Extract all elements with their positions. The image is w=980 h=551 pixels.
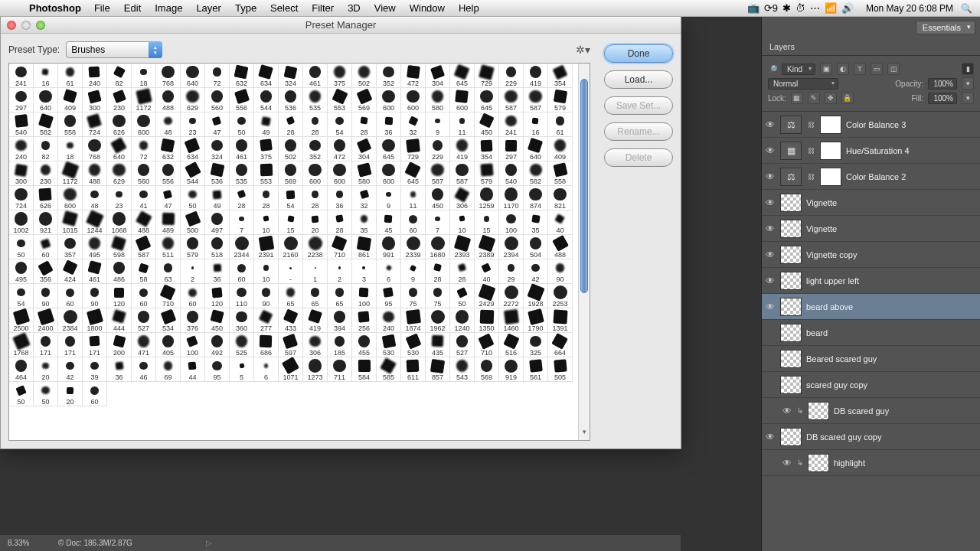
visibility-icon[interactable]: 👁	[782, 458, 792, 468]
brush-preset[interactable]: 28	[352, 112, 377, 137]
brush-preset[interactable]: 527	[450, 333, 475, 357]
brush-preset[interactable]: 768	[156, 64, 181, 88]
layer-mask-thumb[interactable]	[820, 142, 841, 160]
brush-preset[interactable]: 582	[34, 112, 58, 137]
brush-preset[interactable]: 375	[254, 137, 279, 161]
brush-preset[interactable]: 306	[303, 333, 328, 357]
brush-preset[interactable]: 455	[352, 333, 377, 357]
layer-thumb[interactable]	[780, 376, 802, 394]
brush-preset[interactable]: 444	[107, 308, 132, 333]
brush-preset[interactable]: 50	[230, 112, 254, 137]
zoom-field[interactable]: 8.33%	[8, 539, 46, 547]
menubar-status-icon[interactable]: 📶	[825, 2, 837, 14]
brush-preset[interactable]: 28	[279, 112, 303, 137]
brush-preset[interactable]: 724	[9, 186, 34, 210]
brush-preset[interactable]: 50	[181, 186, 205, 210]
brush-preset[interactable]: 2400	[34, 308, 58, 333]
layer-row[interactable]: 👁DB scared guy copy	[762, 424, 980, 450]
brush-preset[interactable]: 28	[303, 186, 328, 210]
brush-preset[interactable]: 3	[352, 259, 377, 284]
brush-preset[interactable]: 435	[426, 333, 450, 357]
load-button[interactable]: Load...	[604, 70, 673, 89]
brush-preset[interactable]: 45	[377, 210, 401, 235]
brush-preset[interactable]: 1928	[524, 284, 548, 308]
layer-row[interactable]: Beared scared guy	[762, 346, 980, 372]
lock-paint-icon[interactable]: ✎	[808, 92, 820, 104]
brush-preset[interactable]: 600	[450, 88, 475, 112]
brush-preset[interactable]: 518	[205, 235, 230, 259]
brush-preset[interactable]: 560	[205, 88, 230, 112]
brush-preset[interactable]: 6	[377, 259, 401, 284]
brush-preset[interactable]: 2384	[58, 308, 83, 333]
brush-preset[interactable]: 82	[107, 64, 132, 88]
brush-preset[interactable]: 464	[9, 357, 34, 382]
brush-preset[interactable]: 626	[107, 112, 132, 137]
brush-preset[interactable]: 58	[132, 259, 156, 284]
brush-preset[interactable]: 229	[499, 64, 524, 88]
brush-preset[interactable]: 69	[156, 357, 181, 382]
layer-row[interactable]: 👁Vignette copy	[762, 242, 980, 268]
brush-preset[interactable]: 240	[9, 137, 34, 161]
brush-preset[interactable]: 2339	[401, 235, 426, 259]
brush-preset[interactable]: 497	[205, 210, 230, 235]
brush-preset[interactable]: 171	[83, 333, 107, 357]
brush-preset[interactable]: 352	[377, 64, 401, 88]
brush-preset[interactable]: 486	[107, 259, 132, 284]
brush-preset[interactable]: 35	[352, 210, 377, 235]
brush-preset[interactable]: 587	[524, 88, 548, 112]
brush-preset[interactable]: 489	[156, 210, 181, 235]
brush-preset[interactable]: 1680	[426, 235, 450, 259]
brush-preset[interactable]: 16	[34, 64, 58, 88]
brush-preset[interactable]: 10	[254, 259, 279, 284]
brush-preset[interactable]: 540	[499, 161, 524, 186]
visibility-icon[interactable]: 👁	[765, 197, 776, 208]
brush-preset[interactable]: 18	[58, 137, 83, 161]
brush-preset[interactable]: 724	[83, 112, 107, 137]
menu-help[interactable]: Help	[452, 2, 486, 14]
brush-preset[interactable]: 530	[401, 333, 426, 357]
brush-preset[interactable]: 861	[352, 235, 377, 259]
brush-preset[interactable]: 2160	[279, 235, 303, 259]
menu-edit[interactable]: Edit	[117, 2, 148, 14]
brush-preset[interactable]: -	[279, 259, 303, 284]
menu-3d[interactable]: 3D	[341, 2, 368, 14]
brush-preset[interactable]: 360	[230, 308, 254, 333]
brush-preset[interactable]: 356	[34, 259, 58, 284]
brush-preset[interactable]: 36	[377, 112, 401, 137]
layer-thumb[interactable]	[780, 428, 802, 446]
brush-preset[interactable]: 60	[181, 284, 205, 308]
brush-preset[interactable]: 300	[9, 161, 34, 186]
layer-row[interactable]: beard	[762, 320, 980, 346]
brush-preset[interactable]: 710	[475, 333, 499, 357]
brush-preset[interactable]: 710	[156, 284, 181, 308]
brush-preset[interactable]: 297	[9, 88, 34, 112]
brush-preset[interactable]: 919	[499, 357, 524, 382]
brush-preset[interactable]: 1071	[279, 357, 303, 382]
brush-preset[interactable]: 450	[426, 186, 450, 210]
brush-preset[interactable]: 95	[377, 284, 401, 308]
brush-preset[interactable]: 553	[254, 161, 279, 186]
brush-preset[interactable]: 120	[205, 284, 230, 308]
brush-preset[interactable]: 240	[377, 308, 401, 333]
brush-scrollbar[interactable]: ▾	[578, 64, 590, 440]
menubar-status-icon[interactable]: 📺	[747, 2, 760, 14]
brush-preset[interactable]: 54	[9, 284, 34, 308]
brush-preset[interactable]: 629	[181, 88, 205, 112]
brush-preset[interactable]: 433	[279, 308, 303, 333]
brush-preset[interactable]: 376	[181, 308, 205, 333]
brush-preset[interactable]: 2	[328, 259, 352, 284]
brush-preset[interactable]: 472	[328, 137, 352, 161]
layer-thumb[interactable]	[808, 454, 829, 472]
brush-preset[interactable]: 516	[499, 333, 524, 357]
brush-preset[interactable]: 600	[58, 186, 83, 210]
brush-preset[interactable]: 42	[58, 357, 83, 382]
brush-preset[interactable]: 405	[156, 333, 181, 357]
menubar-status-icon[interactable]: ✱	[782, 2, 791, 14]
layer-thumb[interactable]	[780, 194, 802, 212]
brush-preset[interactable]: 54	[328, 112, 352, 137]
brush-preset[interactable]: 634	[254, 64, 279, 88]
brush-preset[interactable]: 100	[181, 333, 205, 357]
brush-preset[interactable]: 9	[377, 186, 401, 210]
brush-preset[interactable]: 645	[475, 88, 499, 112]
brush-preset[interactable]: 629	[107, 161, 132, 186]
